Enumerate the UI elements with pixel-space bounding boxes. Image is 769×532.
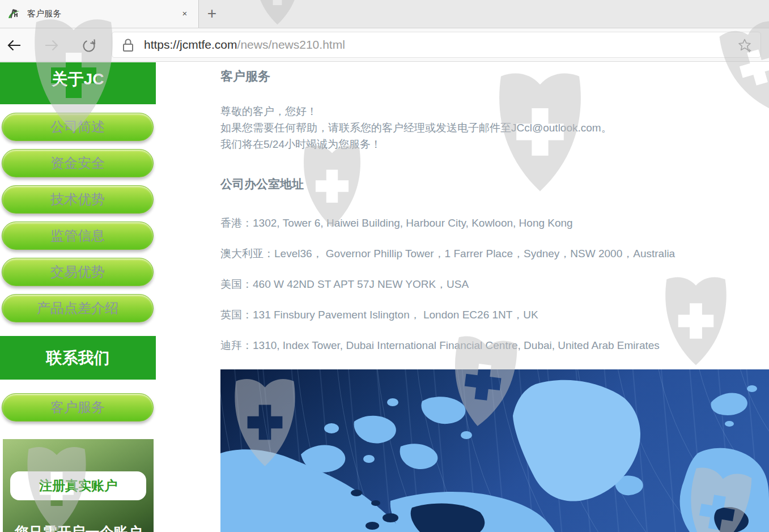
sidebar-promo-banner: 注册真实账户 您只需开启一个账户 (3, 439, 154, 532)
refresh-icon[interactable] (80, 37, 97, 54)
sidebar-section-about: 关于JC (0, 62, 156, 104)
sidebar-item-product-spread[interactable]: 产品点差介绍 (2, 294, 154, 322)
browser-tab[interactable]: 客户服务 × (0, 0, 199, 28)
sidebar-item-regulation-info[interactable]: 监管信息 (2, 222, 154, 250)
register-account-button[interactable]: 注册真实账户 (10, 471, 146, 500)
office-address-dubai: 迪拜：1310, Index Tower, Dubai Internationa… (220, 338, 660, 353)
office-address-uk: 英国：131 Finsbury Pavement Islington， Lond… (220, 308, 538, 322)
sidebar-item-tech-advantage[interactable]: 技术优势 (2, 185, 154, 214)
address-bar[interactable]: https://jcmtfe.com/news/news210.html (112, 32, 761, 58)
world-map-image (220, 369, 769, 532)
intro-line-2: 如果您需要任何帮助，请联系您的客户经理或发送电子邮件至JCcl@outlook.… (220, 120, 612, 136)
add-favorite-star-icon[interactable] (737, 37, 753, 53)
intro-text: 尊敬的客户，您好！ 如果您需要任何帮助，请联系您的客户经理或发送电子邮件至JCc… (220, 103, 612, 152)
new-tab-button[interactable]: + (202, 4, 222, 24)
office-address-australia: 澳大利亚：Level36， Governor Phillip Tower，1 F… (220, 246, 675, 261)
back-icon[interactable] (6, 37, 23, 54)
url-text: https://jcmtfe.com/news/news210.html (144, 38, 345, 52)
browser-toolbar: https://jcmtfe.com/news/news210.html (0, 28, 769, 62)
forward-icon[interactable] (43, 37, 60, 54)
url-domain: https://jcmtfe.com (144, 38, 237, 51)
sidebar-item-fund-safety[interactable]: 资金安全 (2, 149, 154, 177)
office-address-usa: 美国：460 W 42ND ST APT 57J NEW YORK，USA (220, 277, 469, 292)
intro-line-3: 我们将在5/24小时竭诚为您服务！ (220, 136, 612, 152)
sidebar-item-customer-service[interactable]: 客户服务 (2, 393, 154, 422)
promo-caption: 您只需开启一个账户 (3, 523, 154, 532)
url-path: /news/news210.html (237, 38, 345, 51)
sidebar-section-contact: 联系我们 (0, 336, 156, 380)
intro-line-1: 尊敬的客户，您好！ (220, 103, 612, 120)
site-favicon-icon (7, 7, 21, 21)
lock-icon (122, 37, 134, 53)
shield-watermark-icon (651, 273, 741, 371)
tab-close-icon[interactable]: × (178, 7, 192, 20)
tab-title: 客户服务 (27, 8, 61, 19)
tab-strip: 客户服务 × + (0, 0, 769, 28)
sidebar-item-trading-advantage[interactable]: 交易优势 (2, 258, 154, 286)
offices-section-title: 公司办公室地址 (220, 176, 304, 192)
office-address-hongkong: 香港：1302, Tower 6, Haiwei Building, Harbo… (220, 216, 573, 231)
page-title: 客户服务 (220, 68, 270, 85)
sidebar-item-company-overview[interactable]: 公司简述 (2, 113, 154, 141)
